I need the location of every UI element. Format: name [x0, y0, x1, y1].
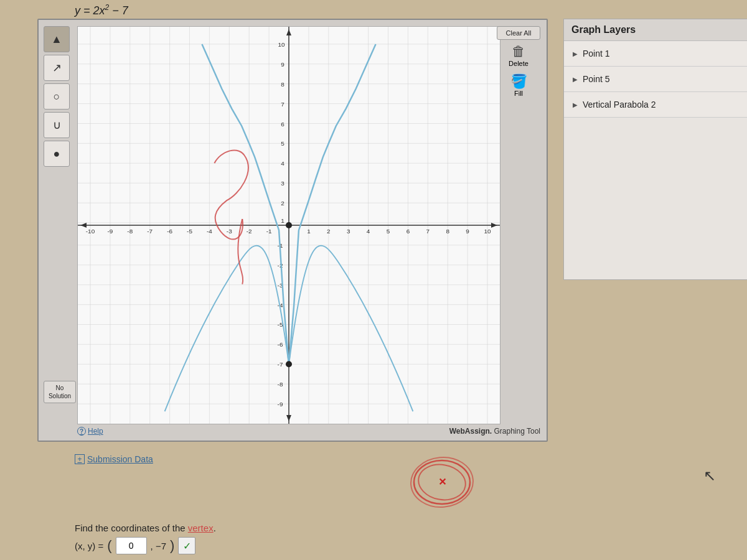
svg-text:7: 7: [426, 228, 430, 235]
svg-text:8: 8: [446, 228, 449, 235]
svg-text:6: 6: [406, 228, 410, 235]
layer-label: Vertical Parabola 2: [583, 100, 656, 110]
layer-item-point1[interactable]: ▶ Point 1 ✕: [564, 41, 747, 67]
layer-arrow-icon: ▶: [573, 101, 578, 108]
resize-tool[interactable]: ↗: [44, 55, 70, 81]
svg-text:4: 4: [367, 228, 370, 235]
svg-text:9: 9: [281, 61, 284, 68]
svg-text:2: 2: [281, 200, 284, 207]
svg-text:5: 5: [281, 140, 284, 147]
layer-item-point5[interactable]: ▶ Point 5 ✕: [564, 67, 747, 92]
find-text-after: .: [214, 523, 216, 533]
svg-text:5: 5: [387, 228, 390, 235]
delete-label: Delete: [509, 60, 529, 67]
close-paren: ): [170, 538, 174, 554]
svg-text:1: 1: [281, 217, 284, 224]
svg-text:-9: -9: [107, 228, 113, 235]
svg-text:-1: -1: [266, 228, 272, 235]
graph-layers-panel: Graph Layers « ▶ Point 1 ✕ ▶ Point 5 ✕ ▶…: [563, 19, 747, 280]
svg-text:10: 10: [278, 41, 285, 48]
svg-point-85: [286, 361, 292, 367]
submission-data-link[interactable]: + Submission Data: [75, 454, 153, 464]
help-link[interactable]: ? Help: [77, 427, 103, 436]
svg-text:1: 1: [307, 228, 311, 235]
equation: y = 2x2 − 7: [75, 3, 128, 17]
select-tool[interactable]: ▲: [44, 26, 70, 52]
svg-text:-6: -6: [278, 341, 283, 348]
svg-text:7: 7: [281, 101, 284, 108]
equation-text: y = 2x: [75, 4, 105, 17]
svg-text:6: 6: [281, 121, 284, 128]
equation-suffix: − 7: [109, 4, 128, 17]
left-toolbar: ▲ ↗ ○ ∪ ●: [44, 26, 73, 167]
x-coordinate-input[interactable]: [116, 537, 147, 554]
coords-label: (x, y) =: [75, 541, 103, 551]
svg-text:3: 3: [347, 228, 350, 235]
point-tool[interactable]: ●: [44, 141, 70, 167]
layer-arrow-icon: ▶: [573, 50, 578, 57]
svg-text:4: 4: [281, 160, 284, 167]
right-controls: Clear All 🗑 Delete 🪣 Fill: [497, 26, 540, 97]
graph-frame: ▲ ↗ ○ ∪ ● NoSolution: [37, 19, 548, 442]
svg-text:8: 8: [281, 81, 284, 88]
curve-tool[interactable]: ∪: [44, 112, 70, 138]
svg-point-86: [286, 222, 292, 228]
svg-text:-8: -8: [278, 381, 283, 388]
circle-tool[interactable]: ○: [44, 83, 70, 110]
layer-label: Point 5: [583, 74, 610, 84]
svg-text:-9: -9: [278, 401, 283, 408]
layer-item-parabola2[interactable]: ▶ Vertical Parabola 2 ✕: [564, 92, 747, 118]
check-button[interactable]: ✓: [178, 537, 195, 554]
find-coordinates-section: Find the coordinates of the vertex. (x, …: [75, 523, 216, 554]
webassign-attribution: WebAssign. Graphing Tool: [449, 427, 540, 436]
svg-text:9: 9: [466, 228, 469, 235]
expand-icon: +: [75, 454, 85, 464]
svg-text:-4: -4: [207, 228, 212, 235]
layer-label: Point 1: [583, 49, 610, 58]
layer-arrow-icon: ▶: [573, 76, 578, 83]
find-text: Find the coordinates of the vertex.: [75, 523, 216, 533]
svg-text:3: 3: [281, 180, 284, 187]
cursor-arrow: ↙: [703, 468, 716, 485]
svg-text:✕: ✕: [438, 477, 446, 487]
graph-area[interactable]: -10 -9 -8 -7 -6 -5 -4 -3 -2 -1 1 2 3 4 5…: [77, 26, 500, 424]
svg-text:2: 2: [327, 228, 331, 235]
red-annotation: ✕: [405, 451, 479, 513]
open-paren: (: [107, 538, 111, 554]
svg-text:-2: -2: [247, 228, 252, 235]
graph-layers-header: Graph Layers «: [564, 19, 747, 41]
svg-text:-3: -3: [227, 228, 232, 235]
find-text-highlight: vertex: [188, 523, 214, 533]
svg-text:10: 10: [484, 228, 491, 235]
svg-text:-6: -6: [167, 228, 172, 235]
graph-layers-title: Graph Layers: [571, 24, 636, 35]
coordinates-row: (x, y) = ( , −7 ) ✓: [75, 537, 216, 554]
find-text-before: Find the coordinates of the: [75, 523, 188, 533]
svg-text:-5: -5: [187, 228, 192, 235]
separator-text: , −7: [151, 541, 166, 551]
no-solution-button[interactable]: NoSolution: [44, 381, 76, 403]
svg-text:-7: -7: [147, 228, 153, 235]
submission-label: Submission Data: [87, 454, 153, 464]
fill-label: Fill: [510, 90, 527, 97]
graph-svg: -10 -9 -8 -7 -6 -5 -4 -3 -2 -1 1 2 3 4 5…: [78, 27, 500, 424]
svg-text:-10: -10: [86, 228, 95, 235]
clear-all-button[interactable]: Clear All: [497, 26, 540, 40]
svg-text:-7: -7: [278, 361, 283, 368]
fill-button[interactable]: 🪣 Fill: [510, 73, 527, 97]
help-icon: ?: [77, 427, 86, 436]
help-text: Help: [88, 427, 103, 436]
delete-button[interactable]: 🗑 Delete: [509, 44, 529, 67]
svg-text:-8: -8: [127, 228, 133, 235]
